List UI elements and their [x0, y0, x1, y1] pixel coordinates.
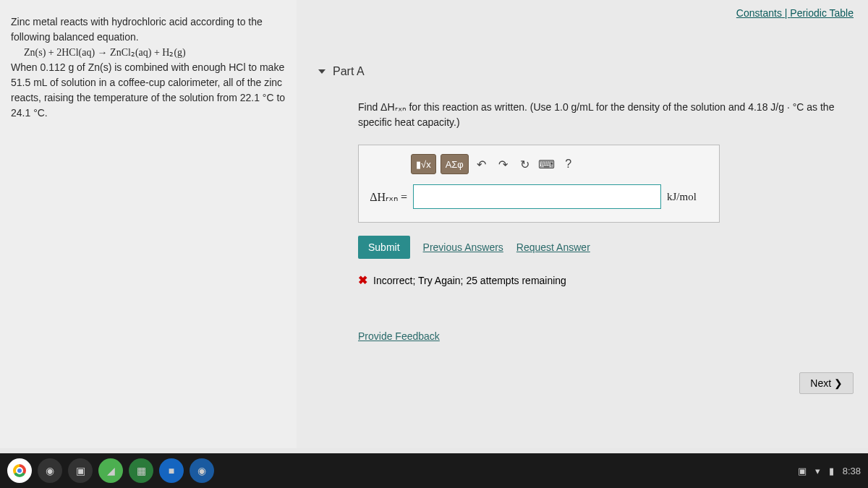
video-icon[interactable]: ■ [159, 458, 184, 483]
question-prompt: Find ΔHᵣₓₙ for this reaction as written.… [358, 100, 854, 130]
templates-button[interactable]: ▮√x [411, 154, 436, 174]
clock[interactable]: 8:38 [843, 466, 861, 476]
reset-icon[interactable]: ↻ [516, 155, 534, 173]
keyboard-icon[interactable]: ⌨ [538, 155, 556, 173]
provide-feedback-link[interactable]: Provide Feedback [358, 330, 440, 342]
incorrect-icon: ✖ [358, 273, 367, 287]
help-icon[interactable]: ? [560, 155, 577, 173]
sheets-icon[interactable]: ▦ [129, 458, 153, 483]
files-icon[interactable]: ◢ [98, 458, 123, 483]
constants-link[interactable]: Constants [736, 7, 782, 19]
equation-toolbar: ▮√x ΑΣφ ↶ ↷ ↻ ⌨ ? [411, 154, 710, 174]
app-icon-1[interactable]: ◉ [38, 458, 62, 483]
problem-details: When 0.112 g of Zn(s) is combined with e… [11, 60, 286, 121]
tray-icon[interactable]: ▣ [798, 466, 807, 476]
periodic-table-link[interactable]: Periodic Table [790, 7, 854, 19]
battery-icon[interactable]: ▮ [829, 466, 834, 476]
submit-button[interactable]: Submit [358, 236, 410, 259]
status-row: ✖ Incorrect; Try Again; 25 attempts rema… [358, 273, 854, 287]
request-answer-link[interactable]: Request Answer [516, 241, 590, 253]
part-label: Part A [333, 65, 365, 78]
camera-icon[interactable]: ◉ [190, 458, 214, 483]
problem-equation: Zn(s) + 2HCl(aq) → ZnCl₂(aq) + H₂(g) [24, 45, 286, 60]
redo-icon[interactable]: ↷ [495, 155, 512, 173]
status-text: Incorrect; Try Again; 25 attempts remain… [373, 275, 566, 286]
wifi-icon[interactable]: ▾ [815, 466, 820, 476]
unit-label: kJ/mol [667, 191, 710, 203]
undo-icon[interactable]: ↶ [473, 155, 490, 173]
answer-container: ▮√x ΑΣφ ↶ ↷ ↻ ⌨ ? ΔHᵣₓₙ = kJ/mol [358, 145, 720, 223]
symbols-button[interactable]: ΑΣφ [441, 154, 469, 174]
problem-intro: Zinc metal reacts with hydrochloric acid… [11, 14, 286, 45]
chevron-down-icon [318, 69, 326, 74]
answer-input[interactable] [413, 184, 661, 209]
previous-answers-link[interactable]: Previous Answers [423, 241, 503, 253]
next-button[interactable]: Next ❯ [799, 372, 854, 394]
chrome-icon[interactable] [7, 458, 32, 483]
problem-statement-panel: Zinc metal reacts with hydrochloric acid… [0, 0, 297, 448]
taskbar: ◉ ▣ ◢ ▦ ■ ◉ ▣ ▾ ▮ 8:38 [0, 453, 868, 488]
question-panel: Constants | Periodic Table Part A Find Δ… [297, 0, 868, 448]
reference-links: Constants | Periodic Table [736, 7, 854, 19]
app-icon-2[interactable]: ▣ [68, 458, 93, 483]
link-separator: | [782, 7, 790, 19]
part-header[interactable]: Part A [318, 65, 854, 78]
variable-label: ΔHᵣₓₙ = [367, 190, 407, 204]
